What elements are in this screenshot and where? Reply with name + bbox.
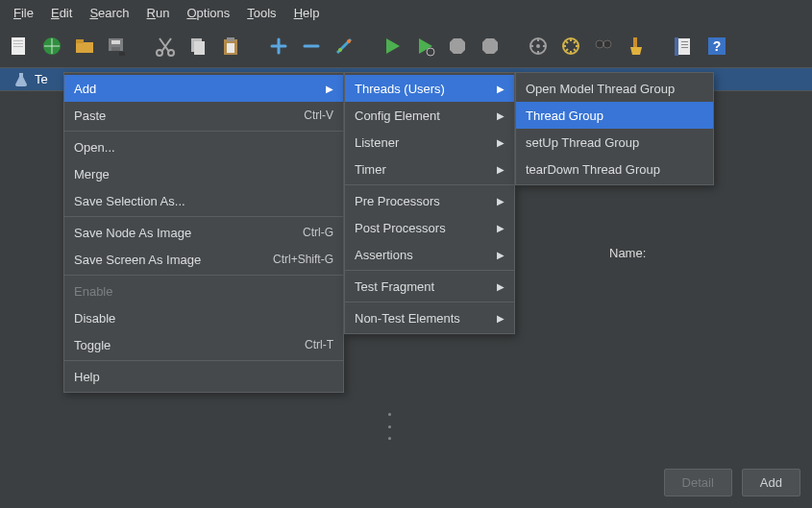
svg-rect-34 — [681, 41, 688, 42]
submenu-arrow-icon: ▶ — [497, 110, 504, 121]
ctx-toggle[interactable]: Toggle Ctrl-T — [64, 331, 343, 358]
menu-search[interactable]: Search — [82, 3, 136, 23]
ctx-testfrag-label: Test Fragment — [355, 279, 434, 294]
ctx-assertions[interactable]: Assertions ▶ — [345, 241, 514, 268]
svg-rect-5 — [76, 42, 93, 53]
ctx-save-selection-as[interactable]: Save Selection As... — [64, 187, 343, 214]
svg-point-19 — [338, 48, 342, 52]
ctx-save-node-shortcut: Ctrl-G — [289, 226, 333, 239]
ctx-thread-group[interactable]: Thread Group — [516, 102, 713, 129]
ctx-non-test-elements[interactable]: Non-Test Elements ▶ — [345, 304, 514, 331]
menu-help[interactable]: Help — [286, 3, 328, 23]
remote-stop-icon[interactable] — [557, 33, 584, 60]
tree-item-label: Te — [29, 72, 48, 86]
menu-edit[interactable]: Edit — [43, 3, 80, 23]
detail-button[interactable]: Detail — [664, 469, 732, 496]
shutdown-icon[interactable] — [477, 33, 504, 60]
ctx-save-node-label: Save Node As Image — [74, 226, 191, 240]
splitter-handle[interactable] — [385, 413, 393, 440]
submenu-arrow-icon: ▶ — [497, 137, 504, 148]
context-menu-add: Threads (Users) ▶ Config Element ▶ Liste… — [344, 72, 515, 334]
svg-point-29 — [603, 40, 611, 48]
stop-icon[interactable] — [444, 33, 471, 60]
svg-marker-20 — [386, 38, 400, 54]
submenu-arrow-icon: ▶ — [497, 223, 504, 233]
search-icon[interactable] — [590, 33, 617, 60]
context-menu-main: Add ▶ Paste Ctrl-V Open... Merge Save Se… — [63, 72, 344, 393]
ctx-listener[interactable]: Listener ▶ — [345, 129, 514, 156]
expand-icon[interactable] — [265, 33, 292, 60]
svg-rect-17 — [227, 43, 234, 53]
svg-rect-9 — [111, 40, 120, 44]
collapse-icon[interactable] — [298, 33, 325, 60]
ctx-paste[interactable]: Paste Ctrl-V — [64, 102, 343, 129]
ctx-threads[interactable]: Threads (Users) ▶ — [345, 75, 514, 102]
start-icon[interactable] — [379, 33, 406, 60]
cut-icon[interactable] — [152, 33, 179, 60]
submenu-arrow-icon: ▶ — [497, 250, 504, 260]
toggle-icon[interactable] — [331, 33, 357, 60]
ctx-pre-label: Pre Processors — [355, 194, 440, 208]
add-button[interactable]: Add — [742, 469, 800, 496]
ctx-test-fragment[interactable]: Test Fragment ▶ — [345, 273, 514, 300]
ctx-add-label: Add — [74, 82, 96, 96]
ctx-post-processors[interactable]: Post Processors ▶ — [345, 214, 514, 241]
submenu-arrow-icon: ▶ — [497, 164, 504, 175]
ctx-open-model-thread-group[interactable]: Open Model Thread Group — [516, 75, 713, 102]
start-no-timers-icon[interactable] — [411, 33, 438, 60]
ctx-disable[interactable]: Disable — [64, 304, 343, 331]
ctx-open[interactable]: Open... — [64, 133, 343, 160]
ctx-save-selection-label: Save Selection As... — [74, 194, 185, 208]
ctx-enable-label: Enable — [74, 284, 112, 299]
menu-tools[interactable]: Tools — [239, 3, 283, 23]
svg-rect-30 — [603, 43, 604, 45]
ctx-merge[interactable]: Merge — [64, 160, 343, 187]
new-file-icon[interactable] — [6, 33, 33, 60]
ctx-nontest-label: Non-Test Elements — [355, 311, 460, 326]
svg-rect-33 — [675, 37, 678, 56]
menu-run[interactable]: Run — [139, 3, 178, 23]
divider — [64, 216, 343, 217]
ctx-add[interactable]: Add ▶ — [64, 75, 343, 102]
paste-icon[interactable] — [217, 33, 244, 60]
ctx-threads-label: Threads (Users) — [355, 82, 445, 96]
ctx-save-screen-image[interactable]: Save Screen As Image Ctrl+Shift-G — [64, 246, 343, 273]
copy-icon[interactable] — [185, 33, 211, 60]
ctx-help-label: Help — [74, 370, 100, 384]
name-label: Name: — [605, 240, 650, 266]
ctx-timer-label: Timer — [355, 162, 386, 177]
ctx-merge-label: Merge — [74, 167, 110, 181]
ctx-config-element[interactable]: Config Element ▶ — [345, 102, 514, 129]
ctx-paste-label: Paste — [74, 109, 106, 123]
svg-rect-35 — [681, 44, 688, 45]
svg-rect-6 — [76, 39, 84, 43]
submenu-arrow-icon: ▶ — [497, 196, 504, 206]
ctx-timer[interactable]: Timer ▶ — [345, 156, 514, 182]
remote-start-icon[interactable] — [525, 33, 552, 60]
templates-icon[interactable] — [38, 33, 65, 60]
ctx-listener-label: Listener — [355, 135, 399, 150]
svg-rect-1 — [13, 40, 23, 41]
menu-options[interactable]: Options — [179, 3, 237, 23]
ctx-open-label: Open... — [74, 140, 115, 155]
open-icon[interactable] — [71, 33, 98, 60]
ctx-pre-processors[interactable]: Pre Processors ▶ — [345, 187, 514, 214]
ctx-teardown-thread-group[interactable]: tearDown Thread Group — [516, 156, 713, 182]
help-icon[interactable]: ? — [703, 33, 730, 60]
divider — [64, 275, 343, 276]
save-icon[interactable] — [104, 33, 131, 60]
function-helper-icon[interactable] — [671, 33, 698, 60]
ctx-omtg-label: Open Model Thread Group — [526, 82, 675, 96]
ctx-help[interactable]: Help — [64, 363, 343, 390]
flask-icon — [13, 72, 29, 87]
svg-text:?: ? — [713, 38, 722, 54]
svg-point-18 — [347, 39, 351, 43]
ctx-setup-thread-group[interactable]: setUp Thread Group — [516, 129, 713, 156]
svg-point-11 — [157, 50, 162, 56]
menu-file[interactable]: File — [6, 3, 41, 23]
ctx-teardown-tg-label: tearDown Thread Group — [526, 162, 660, 177]
divider — [345, 302, 514, 302]
context-menu-threads: Open Model Thread Group Thread Group set… — [515, 72, 714, 185]
ctx-save-node-image[interactable]: Save Node As Image Ctrl-G — [64, 219, 343, 246]
clear-icon[interactable] — [623, 33, 650, 60]
